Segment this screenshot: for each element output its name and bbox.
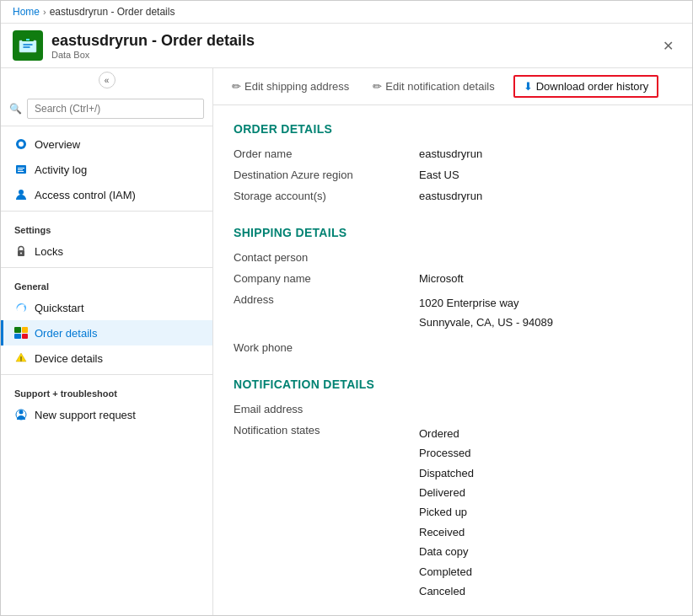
edit-shipping-label: Edit shipping address [244,80,349,93]
work-phone-label: Work phone [234,341,419,354]
edit-shipping-icon: ✏ [232,80,241,93]
destination-region-value: East US [419,169,672,181]
svg-point-6 [19,142,24,147]
device-details-icon [14,351,28,365]
edit-notification-icon: ✏ [373,80,382,93]
download-history-button[interactable]: ⬇ Download order history [513,75,659,98]
breadcrumb: Home › eastusdryrun - Order details [1,1,692,24]
notification-states-label: Notification states [234,424,419,602]
sidebar-collapse-button[interactable]: « [99,72,116,88]
edit-shipping-button[interactable]: ✏ Edit shipping address [227,77,354,96]
support-icon [14,408,28,421]
notification-states-row: Notification states OrderedProcessedDisp… [234,424,672,602]
contact-person-value [419,251,672,264]
content-scroll: ORDER DETAILS Order name eastusdryrun De… [213,105,692,615]
storage-account-value: eastusdryrun [419,190,672,202]
shipping-details-title: SHIPPING DETAILS [234,226,672,239]
sidebar-nav: Overview Activity log [1,126,212,432]
sidebar-item-access-control[interactable]: Access control (IAM) [1,182,212,207]
edit-notification-button[interactable]: ✏ Edit notification details [368,77,499,96]
address-label: Address [234,293,419,333]
sidebar-item-support-label: New support request [35,409,136,421]
overview-icon [14,137,28,151]
svg-rect-9 [18,169,23,170]
title-bar: eastusdryrun - Order details Data Box ✕ [1,24,692,68]
main-layout: « 🔍 Overview [1,68,692,615]
svg-rect-15 [22,327,28,333]
work-phone-row: Work phone [234,341,672,354]
work-phone-value [419,341,672,354]
sidebar-item-new-support-request[interactable]: New support request [1,402,212,427]
download-history-icon: ⬇ [524,80,533,93]
quickstart-icon [14,301,28,314]
svg-point-21 [19,410,24,415]
order-name-value: eastusdryrun [419,147,672,160]
activity-log-icon [14,163,28,176]
svg-point-13 [20,253,22,254]
sidebar-item-order-details-label: Order details [35,327,97,340]
storage-account-label: Storage account(s) [234,190,419,202]
svg-point-20 [20,360,21,361]
order-details-section: ORDER DETAILS Order name eastusdryrun De… [234,122,672,202]
breadcrumb-separator: › [43,7,46,17]
notification-details-title: NOTIFICATION DETAILS [234,378,672,391]
svg-rect-1 [19,40,36,52]
action-bar: ✏ Edit shipping address ✏ Edit notificat… [213,68,692,105]
breadcrumb-current: eastusdryrun - Order details [50,6,175,18]
order-details-title: ORDER DETAILS [234,122,672,136]
order-name-label: Order name [234,147,419,160]
sidebar-item-activity-log[interactable]: Activity log [1,157,212,182]
settings-section-label: Settings [1,215,212,238]
svg-rect-8 [18,168,24,169]
access-control-icon [14,188,28,201]
search-icon: 🔍 [9,103,22,115]
sidebar-item-locks-label: Locks [35,245,63,258]
svg-rect-17 [22,334,28,339]
svg-rect-14 [14,327,21,333]
destination-region-row: Destination Azure region East US [234,169,672,181]
email-address-value [419,403,672,415]
main-window: Home › eastusdryrun - Order details east… [0,0,693,616]
breadcrumb-home[interactable]: Home [13,6,40,18]
svg-rect-19 [21,356,22,360]
search-input[interactable] [27,99,204,119]
svg-rect-16 [14,334,21,339]
close-button[interactable]: ✕ [656,35,680,57]
svg-point-11 [19,190,24,195]
shipping-details-section: SHIPPING DETAILS Contact person Company … [234,226,672,354]
divider-3 [1,374,212,375]
email-address-label: Email address [234,403,419,415]
sidebar-item-quickstart-label: Quickstart [35,302,84,314]
support-section-label: Support + troubleshoot [1,378,212,402]
title-bar-left: eastusdryrun - Order details Data Box [13,30,255,61]
sidebar-item-quickstart[interactable]: Quickstart [1,295,212,320]
divider-2 [1,267,212,268]
page-subtitle: Data Box [51,50,255,60]
sidebar-item-device-details[interactable]: Device details [1,345,212,371]
sidebar-item-locks[interactable]: Locks [1,238,212,264]
sidebar-item-activity-log-label: Activity log [35,163,87,176]
notification-details-section: NOTIFICATION DETAILS Email address Notif… [234,378,672,602]
svg-rect-10 [18,171,24,172]
edit-notification-label: Edit notification details [385,80,494,93]
company-name-value: Microsoft [419,272,672,285]
company-name-label: Company name [234,272,419,285]
general-section-label: General [1,271,212,295]
page-title: eastusdryrun - Order details [51,32,255,50]
sidebar-search-container: 🔍 [1,92,212,126]
download-history-label: Download order history [536,80,649,93]
sidebar-item-overview-label: Overview [35,138,80,151]
order-name-row: Order name eastusdryrun [234,147,672,160]
sidebar-item-order-details[interactable]: Order details [1,320,212,345]
email-address-row: Email address [234,403,672,415]
content-area: ✏ Edit shipping address ✏ Edit notificat… [213,68,692,615]
svg-rect-4 [26,39,30,40]
title-text: eastusdryrun - Order details Data Box [51,32,255,60]
notification-states-value: OrderedProcessedDispatchedDeliveredPicke… [419,424,672,602]
company-name-row: Company name Microsoft [234,272,672,285]
storage-account-row: Storage account(s) eastusdryrun [234,190,672,202]
locks-icon [14,244,28,258]
app-icon [13,30,43,61]
sidebar-item-access-control-label: Access control (IAM) [35,189,136,201]
sidebar-item-overview[interactable]: Overview [1,131,212,157]
